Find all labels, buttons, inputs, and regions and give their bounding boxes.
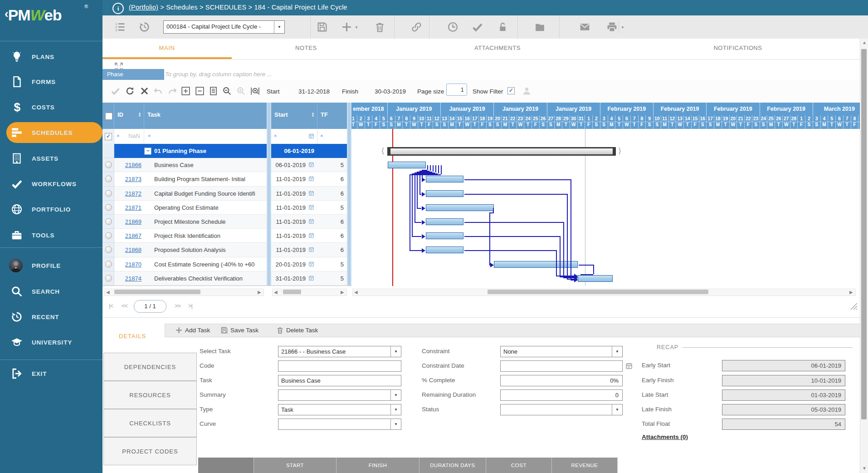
task-bar[interactable]	[494, 261, 577, 268]
task-bar[interactable]	[426, 232, 464, 239]
sidebar-item-portfolio[interactable]: PORTFOLIO	[0, 199, 102, 219]
table-row[interactable]: 21873Building Program Statement- Initial	[102, 172, 267, 186]
tab-dependencies[interactable]: DEPENDENCIES	[103, 353, 197, 381]
row-select-cell[interactable]	[102, 271, 114, 286]
sidebar-item-workflows[interactable]: WORKFLOWS	[0, 174, 102, 194]
table-row[interactable]: 21874Deliverables Checklist Verification	[102, 271, 267, 286]
expand-all-icon[interactable]	[181, 86, 190, 96]
sidebar-item-profile[interactable]: PROFILE	[0, 256, 102, 276]
filter-start-cell[interactable]: ×	[271, 129, 317, 144]
sidebar-item-forms[interactable]: FORMS	[0, 72, 102, 92]
table-row[interactable]: 06-01-20195	[271, 158, 347, 172]
chevron-down-icon[interactable]: ▼	[390, 404, 401, 415]
table-row[interactable]: 21871Operating Cost Estimate	[102, 201, 267, 215]
summary-field[interactable]: ▼	[278, 389, 401, 401]
filter-id-cell[interactable]: ×NaN	[114, 129, 144, 144]
chevron-down-icon[interactable]: ▼	[390, 346, 401, 357]
redo-icon[interactable]	[168, 86, 177, 96]
task-bar[interactable]	[426, 218, 464, 225]
calendar-icon[interactable]	[308, 162, 314, 168]
collapse-row-icon[interactable]: −	[144, 148, 151, 155]
table-row[interactable]: 21867Project Risk Identification	[102, 229, 267, 243]
table-row[interactable]: 11-01-20196	[271, 187, 347, 201]
table-row[interactable]: 21870Cost Estimate Screening (-40% to +6…	[102, 257, 267, 271]
tab-checklists[interactable]: CHECKLISTS	[103, 409, 197, 437]
report-icon[interactable]	[209, 86, 218, 96]
task-id-cell[interactable]: 21869	[118, 218, 141, 225]
groupby-chip-phase[interactable]: Phase	[102, 69, 164, 80]
task-id-link[interactable]: 21869	[125, 218, 141, 225]
table-row[interactable]: 20-01-20195	[271, 257, 347, 271]
column-header-task[interactable]: Task	[144, 103, 267, 129]
scroll-left-icon[interactable]: ◀	[106, 290, 110, 295]
task-id-cell[interactable]: 21866	[118, 162, 141, 168]
column-header-tf[interactable]: TF	[317, 103, 347, 129]
row-select-cell[interactable]	[102, 158, 114, 172]
save-task-button[interactable]: Save Task	[220, 326, 258, 334]
sort-icon[interactable]: ▲▼	[138, 112, 141, 118]
scroll-right-icon[interactable]: ▶	[341, 290, 344, 295]
scroll-up-icon[interactable]: ▲	[862, 40, 867, 45]
sidebar-item-recent[interactable]: RECENT	[0, 307, 102, 327]
task-bar[interactable]	[426, 246, 464, 253]
sidebar-item-assets[interactable]: ASSETS	[0, 148, 102, 168]
task-id-link[interactable]: 21872	[125, 190, 141, 197]
row-radio[interactable]	[105, 275, 112, 281]
scroll-down-icon[interactable]: ▼	[862, 466, 867, 471]
undo-icon[interactable]	[153, 86, 163, 96]
table-row[interactable]: 21866Business Case	[102, 158, 267, 172]
attachments-link[interactable]: Attachments (0)	[642, 434, 688, 440]
table-row[interactable]: 11-01-20195	[271, 201, 347, 215]
calendar-icon[interactable]	[308, 246, 314, 252]
filter-tf-cell[interactable]: ×	[317, 129, 347, 144]
resize-grip-icon[interactable]	[849, 301, 858, 310]
scroll-right-icon[interactable]: ▶	[258, 290, 261, 295]
clock-icon[interactable]	[447, 21, 458, 33]
remaining-duration-field[interactable]: 0	[500, 389, 623, 401]
link-icon[interactable]	[411, 21, 422, 33]
column-header-start[interactable]: Start▲▼	[271, 103, 317, 129]
scroll-left-icon[interactable]: ◀	[274, 290, 278, 295]
constraint-field[interactable]: None▼	[500, 346, 623, 357]
resource-icon[interactable]	[522, 86, 532, 96]
row-radio[interactable]	[105, 261, 112, 267]
filter-task-cell[interactable]: ×	[144, 129, 267, 144]
task-id-cell[interactable]: 21874	[118, 275, 141, 282]
refresh-icon[interactable]	[125, 86, 135, 96]
task-id-link[interactable]: 21867	[125, 232, 141, 239]
page-indicator[interactable]: 1 / 1	[134, 300, 166, 313]
calendar-icon[interactable]	[308, 218, 314, 224]
scroll-left-icon[interactable]: ◀	[354, 290, 358, 295]
table-row[interactable]: 21868Proposed Solution Analysis	[102, 243, 267, 257]
task-bar[interactable]	[426, 176, 464, 182]
summary-bar[interactable]	[388, 147, 616, 156]
page-last-button[interactable]: >|	[188, 302, 192, 309]
calendar-icon[interactable]	[308, 204, 314, 210]
task-id-link[interactable]: 21870	[125, 261, 141, 268]
view-list-icon[interactable]: 123	[114, 21, 126, 33]
approve-icon[interactable]	[472, 21, 483, 33]
table-row[interactable]: 06-01-2019	[271, 144, 347, 158]
table-row[interactable]: −01 Planning Phase	[102, 144, 267, 158]
task-id-cell[interactable]: 21871	[118, 204, 141, 211]
row-radio[interactable]	[105, 218, 112, 225]
confirm-icon[interactable]	[111, 86, 120, 96]
sidebar-item-schedules[interactable]: SCHEDULES	[0, 123, 102, 143]
vertical-scrollbar-thumb[interactable]	[861, 49, 867, 419]
select-all-checkbox[interactable]	[105, 113, 112, 120]
row-radio[interactable]	[105, 162, 112, 168]
row-select-cell[interactable]	[102, 243, 114, 257]
clear-filter-icon[interactable]: ×	[274, 133, 277, 138]
zoom-in-icon[interactable]	[236, 86, 246, 96]
cancel-icon[interactable]	[140, 86, 149, 96]
table-row[interactable]: 11-01-20196	[271, 215, 347, 229]
breadcrumb-portfolio-link[interactable]: (Portfolio)	[129, 4, 158, 11]
calendar-icon[interactable]	[308, 133, 314, 139]
add-dropdown-caret-icon[interactable]: ▼	[355, 25, 358, 30]
summary-row-body[interactable]: −01 Planning Phase	[114, 144, 267, 158]
pmweb-logo[interactable]: ‹PMWeb ®	[0, 0, 102, 31]
add-icon[interactable]	[341, 21, 352, 33]
row-radio[interactable]	[105, 176, 112, 182]
delete-task-button[interactable]: Delete Task	[276, 326, 318, 334]
info-icon[interactable]: i	[112, 3, 124, 14]
